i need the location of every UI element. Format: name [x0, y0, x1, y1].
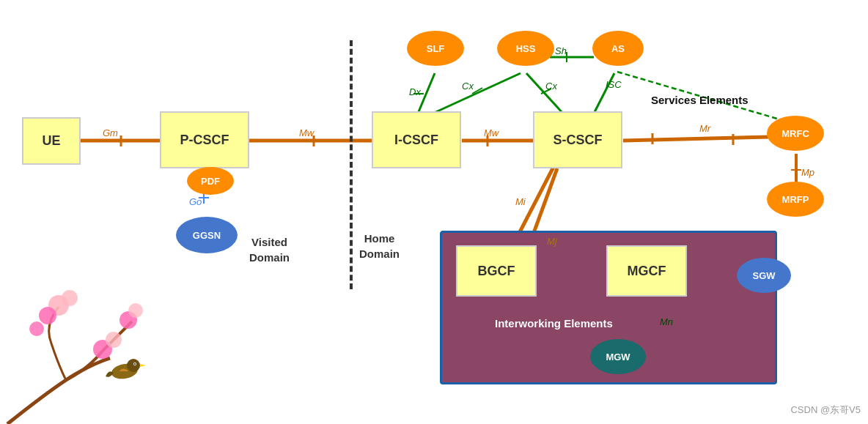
svg-line-19: [526, 73, 563, 114]
svg-point-41: [29, 321, 44, 336]
sgw-node: SGW: [737, 258, 791, 293]
ggsn-node: GGSN: [176, 217, 238, 253]
interworking-label: Interworking Elements: [495, 317, 613, 330]
svg-point-43: [127, 359, 140, 372]
svg-point-35: [39, 307, 56, 324]
cx2-label: Cx: [545, 81, 557, 92]
svg-line-3: [623, 137, 770, 141]
mrfp-node: MRFP: [767, 182, 824, 217]
bgcf-node: BGCF: [456, 245, 537, 297]
home-domain-text: Home Domain: [359, 232, 400, 260]
mr-label: Mr: [699, 123, 710, 134]
mgw-node: MGW: [590, 339, 646, 374]
go-label: Go: [189, 196, 202, 207]
mi-label: Mi: [515, 196, 526, 207]
scscf-node: S-CSCF: [533, 111, 622, 168]
slf-node: SLF: [407, 31, 464, 66]
mw2-label: Mw: [484, 127, 499, 138]
dx-label: Dx: [409, 86, 421, 97]
pcscf-node: P-CSCF: [160, 111, 249, 168]
mj-label: Mj: [547, 236, 557, 247]
cx1-label: Cx: [462, 81, 474, 92]
icscf-node: I-CSCF: [372, 111, 461, 168]
svg-point-36: [62, 290, 78, 306]
hss-node: HSS: [497, 31, 554, 66]
gm-label: Gm: [103, 127, 118, 138]
as-node: AS: [592, 31, 644, 66]
services-elements-label: Services Elements: [651, 94, 749, 106]
visited-domain-text: Visited Domain: [249, 236, 290, 264]
isc-label: ISC: [606, 79, 622, 90]
sh-label: Sh: [555, 45, 567, 56]
mgcf-node: MGCF: [606, 245, 687, 297]
svg-marker-44: [140, 364, 146, 367]
svg-point-46: [134, 363, 136, 365]
svg-point-40: [128, 303, 143, 318]
svg-point-38: [106, 332, 122, 348]
mn-label: Mn: [660, 316, 673, 327]
pdf-node: PDF: [187, 167, 234, 195]
mp-label: Mp: [801, 167, 814, 178]
decoration-art: [0, 263, 205, 424]
visited-domain-label: Visited Domain: [249, 234, 290, 265]
ue-node: UE: [22, 117, 81, 165]
mrfc-node: MRFC: [767, 116, 824, 151]
svg-line-17: [433, 73, 521, 114]
watermark: CSDN @东哥V5: [790, 403, 861, 417]
svg-line-18: [472, 88, 482, 94]
home-domain-label: Home Domain: [359, 231, 400, 261]
mw1-label: Mw: [299, 127, 314, 138]
